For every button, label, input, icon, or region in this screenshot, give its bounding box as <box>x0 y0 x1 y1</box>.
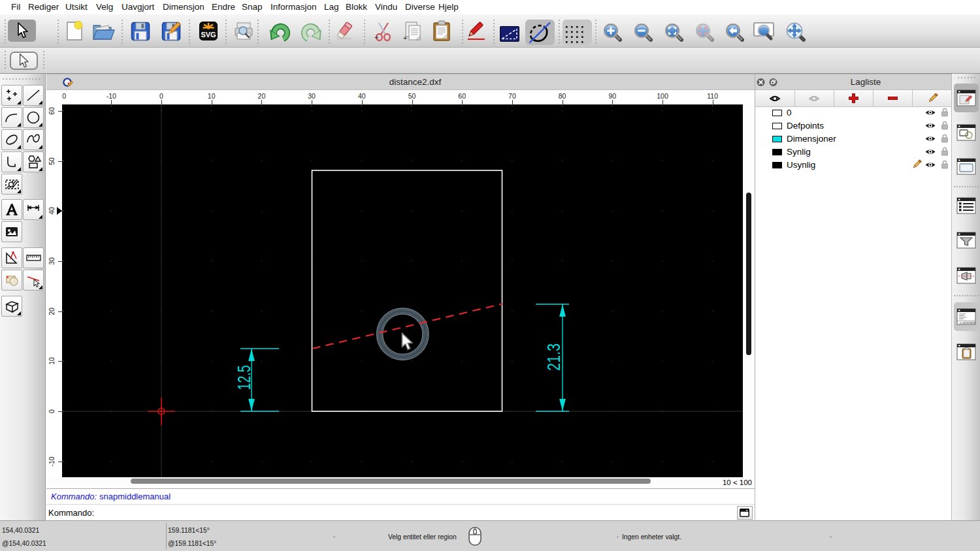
svg-text:+: + <box>403 34 407 42</box>
svg-text:SVG: SVG <box>201 31 216 39</box>
svg-text:12.5: 12.5 <box>233 365 254 390</box>
svg-text:21.3: 21.3 <box>543 343 564 371</box>
svg-text:c command: c command <box>960 321 975 324</box>
svg-text:+: + <box>374 33 378 41</box>
